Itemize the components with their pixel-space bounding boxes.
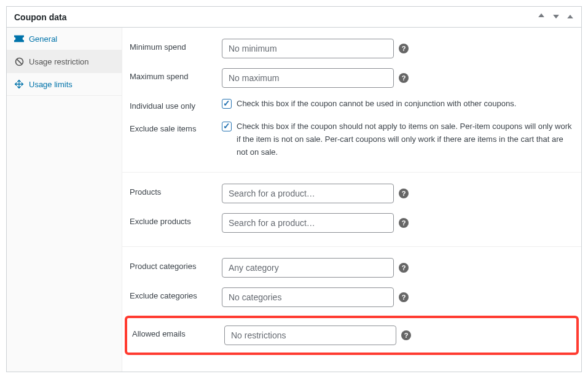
row-exclude-sale: Exclude sale items Check this box if the… (122, 115, 581, 163)
categories-group: Product categories ? Exclude categories … (122, 247, 581, 366)
tab-label: General (29, 34, 57, 44)
exclude-sale-desc: Check this box if the coupon should not … (237, 120, 574, 158)
move-up-icon[interactable] (537, 12, 546, 22)
arrows-icon (14, 79, 24, 89)
exclude-categories-input[interactable] (222, 287, 394, 307)
spend-group: Minimum spend ? Maximum spend ? Individu… (122, 28, 581, 173)
individual-use-check-wrap[interactable]: Check this box if the coupon cannot be u… (222, 98, 516, 111)
label-exclude-sale: Exclude sale items (130, 120, 222, 133)
individual-use-checkbox[interactable] (222, 99, 232, 109)
panel-header: Coupon data (7, 7, 581, 28)
label-allowed-emails: Allowed emails (132, 325, 224, 338)
tab-label: Usage limits (29, 80, 73, 89)
minimum-spend-input[interactable] (222, 39, 394, 58)
row-allowed-emails: Allowed emails ? (127, 321, 576, 350)
exclude-sale-checkbox[interactable] (222, 122, 232, 131)
maximum-spend-input[interactable] (222, 68, 394, 88)
help-icon[interactable]: ? (399, 292, 409, 302)
label-exclude-products: Exclude products (130, 213, 222, 226)
allowed-emails-highlight: Allowed emails ? (125, 316, 579, 355)
help-icon[interactable]: ? (399, 44, 409, 53)
label-maximum-spend: Maximum spend (130, 68, 222, 81)
move-down-icon[interactable] (552, 12, 560, 22)
row-exclude-products: Exclude products ? (122, 208, 581, 238)
svg-line-1 (17, 59, 22, 64)
label-products: Products (130, 184, 222, 197)
panel-title: Coupon data (14, 12, 67, 22)
help-icon[interactable]: ? (399, 73, 409, 83)
exclude-sale-check-wrap[interactable]: Check this box if the coupon should not … (222, 120, 574, 158)
row-minimum-spend: Minimum spend ? (122, 34, 581, 63)
help-icon[interactable]: ? (401, 330, 411, 340)
allowed-emails-input[interactable] (224, 325, 396, 345)
coupon-data-panel: Coupon data General (6, 6, 582, 372)
help-icon[interactable]: ? (399, 189, 409, 198)
individual-use-desc: Check this box if the coupon cannot be u… (237, 98, 516, 111)
product-categories-input[interactable] (222, 258, 394, 278)
help-icon[interactable]: ? (399, 218, 409, 228)
tab-general[interactable]: General (7, 28, 122, 50)
panel-header-controls (537, 12, 574, 22)
content-area: Minimum spend ? Maximum spend ? Individu… (122, 28, 581, 372)
help-icon[interactable]: ? (399, 263, 409, 273)
label-individual-use: Individual use only (130, 98, 222, 111)
products-group: Products ? Exclude products ? (122, 173, 581, 247)
row-product-categories: Product categories ? (122, 253, 581, 283)
tab-usage-limits[interactable]: Usage limits (7, 73, 122, 96)
row-maximum-spend: Maximum spend ? (122, 63, 581, 93)
label-exclude-categories: Exclude categories (130, 287, 222, 300)
tabs: General Usage restriction Usage limits (7, 28, 122, 372)
tab-usage-restriction[interactable]: Usage restriction (7, 50, 122, 73)
label-minimum-spend: Minimum spend (130, 39, 222, 52)
products-input[interactable] (222, 184, 394, 203)
row-exclude-categories: Exclude categories ? (122, 283, 581, 312)
panel-body: General Usage restriction Usage limits M… (7, 28, 581, 372)
exclude-products-input[interactable] (222, 213, 394, 233)
collapse-icon[interactable] (566, 12, 574, 22)
tab-label: Usage restriction (29, 57, 89, 66)
ban-icon (14, 57, 24, 66)
label-product-categories: Product categories (130, 258, 222, 271)
ticket-icon (14, 34, 24, 44)
row-individual-use: Individual use only Check this box if th… (122, 93, 581, 115)
row-products: Products ? (122, 179, 581, 208)
